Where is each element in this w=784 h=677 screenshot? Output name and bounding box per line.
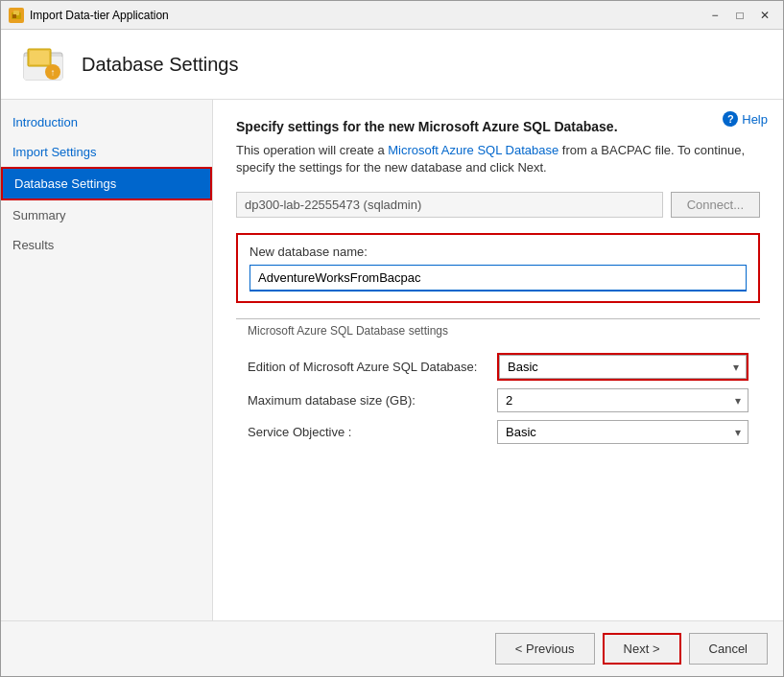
close-button[interactable]: ✕ — [754, 5, 775, 26]
azure-settings-group: Microsoft Azure SQL Database settings Ed… — [236, 318, 760, 459]
section-description: This operation will create a Microsoft A… — [236, 142, 760, 176]
help-link[interactable]: ? Help — [723, 111, 768, 127]
minimize-button[interactable]: − — [704, 5, 725, 26]
service-obj-select-wrapper: Basic S0 S1 P1 — [497, 420, 748, 444]
cancel-button[interactable]: Cancel — [689, 633, 768, 665]
sidebar-item-results: Results — [1, 230, 212, 260]
content-area: Introduction Import Settings Database Se… — [1, 100, 783, 620]
sidebar: Introduction Import Settings Database Se… — [1, 100, 213, 620]
azure-settings-legend: Microsoft Azure SQL Database settings — [244, 324, 452, 338]
edition-select[interactable]: Basic Standard Premium GeneralPurpose Bu… — [499, 355, 747, 379]
svg-rect-6 — [30, 51, 49, 64]
db-name-label: New database name: — [249, 245, 747, 259]
section-title: Specify settings for the new Microsoft A… — [236, 119, 760, 134]
edition-select-wrapper: Basic Standard Premium GeneralPurpose Bu… — [499, 355, 747, 379]
server-row: Connect... — [236, 192, 760, 218]
sidebar-item-import-settings[interactable]: Import Settings — [1, 137, 212, 167]
window-controls: − □ ✕ — [704, 5, 775, 26]
app-icon — [9, 8, 24, 23]
main-content: ? Help Specify settings for the new Micr… — [213, 100, 783, 620]
previous-button[interactable]: < Previous — [495, 633, 595, 665]
server-input[interactable] — [236, 192, 663, 218]
app-window: Import Data-tier Application − □ ✕ ↑ Dat… — [0, 0, 784, 677]
next-button[interactable]: Next > — [603, 633, 681, 665]
edition-label: Edition of Microsoft Azure SQL Database: — [248, 360, 497, 374]
service-obj-select-wrap: Basic S0 S1 P1 — [497, 420, 748, 444]
edition-row: Edition of Microsoft Azure SQL Database:… — [248, 353, 748, 381]
title-bar: Import Data-tier Application − □ ✕ — [1, 1, 783, 30]
settings-group: Edition of Microsoft Azure SQL Database:… — [236, 345, 760, 459]
sidebar-item-introduction[interactable]: Introduction — [1, 107, 212, 137]
azure-settings-divider: Microsoft Azure SQL Database settings Ed… — [236, 318, 760, 459]
service-obj-label: Service Objective : — [248, 425, 497, 439]
service-obj-select[interactable]: Basic S0 S1 P1 — [497, 420, 748, 444]
service-obj-row: Service Objective : Basic S0 S1 P1 — [248, 420, 748, 444]
max-size-select-wrap: 1 2 5 10 — [497, 388, 748, 412]
svg-rect-2 — [12, 14, 16, 18]
max-size-label: Maximum database size (GB): — [248, 393, 497, 408]
db-name-input[interactable] — [249, 265, 747, 292]
sidebar-item-database-settings[interactable]: Database Settings — [1, 167, 212, 200]
max-size-select[interactable]: 1 2 5 10 — [497, 388, 748, 412]
svg-text:↑: ↑ — [51, 67, 56, 78]
sidebar-item-summary: Summary — [1, 200, 212, 230]
maximize-button[interactable]: □ — [729, 5, 750, 26]
db-name-section: New database name: — [236, 233, 760, 303]
max-size-select-wrapper: 1 2 5 10 — [497, 388, 748, 412]
max-size-row: Maximum database size (GB): 1 2 5 10 — [248, 388, 748, 412]
dialog-header: ↑ Database Settings — [1, 30, 783, 100]
azure-sql-link[interactable]: Microsoft Azure SQL Database — [388, 143, 558, 157]
help-icon: ? — [723, 111, 738, 127]
header-icon: ↑ — [20, 41, 66, 87]
connect-button[interactable]: Connect... — [671, 192, 760, 218]
edition-select-wrap: Basic Standard Premium GeneralPurpose Bu… — [497, 353, 748, 381]
dialog-footer: < Previous Next > Cancel — [1, 620, 783, 676]
page-title: Database Settings — [82, 54, 238, 76]
window-title: Import Data-tier Application — [30, 9, 704, 22]
